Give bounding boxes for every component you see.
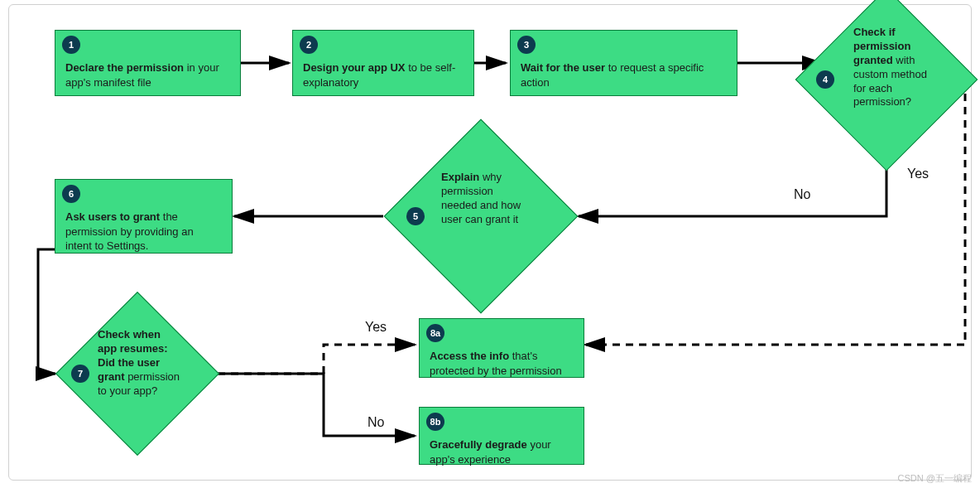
edge-6-7 <box>38 249 55 374</box>
node-title: Declare the permission <box>65 61 184 74</box>
node-title: Wait for the user <box>521 61 605 74</box>
node-title: Explain <box>441 171 479 183</box>
edge-7-8b <box>218 374 415 436</box>
node-number-badge: 2 <box>300 36 318 54</box>
edge-label-no-7: No <box>368 415 384 430</box>
node-number-badge: 8a <box>426 324 444 342</box>
edge-label-yes-7: Yes <box>365 320 387 335</box>
edge-label-yes-4: Yes <box>907 167 929 181</box>
node-title: Design your app UX <box>303 61 406 74</box>
node-6-ask-users-grant: 6 Ask users to grant the permission by p… <box>55 179 233 254</box>
node-number-badge: 7 <box>71 365 89 383</box>
node-number-badge: 5 <box>406 207 425 225</box>
node-title: Access the info <box>430 350 509 362</box>
node-2-design-ux: 2 Design your app UX to be self-explanat… <box>292 30 474 96</box>
node-8a-access-info: 8a Access the info that's protected by t… <box>419 318 584 378</box>
node-number-badge: 8b <box>426 413 444 431</box>
flowchart-canvas: 1 Declare the permission in your app's m… <box>8 4 972 481</box>
edge-label-no-4: No <box>794 187 810 202</box>
node-number-badge: 3 <box>517 36 536 54</box>
node-number-badge: 1 <box>62 36 80 54</box>
node-title: Ask users to grant <box>65 210 160 223</box>
node-3-wait-for-user: 3 Wait for the user to request a specifi… <box>510 30 737 96</box>
node-number-badge: 4 <box>816 70 834 89</box>
node-number-badge: 6 <box>62 185 80 203</box>
node-8b-gracefully-degrade: 8b Gracefully degrade your app's experie… <box>419 407 584 465</box>
edge-4-5 <box>579 144 886 216</box>
edge-7-8a <box>218 345 415 374</box>
node-title: Gracefully degrade <box>430 438 527 451</box>
node-1-declare-permission: 1 Declare the permission in your app's m… <box>55 30 241 96</box>
watermark: CSDN @五一编程 <box>898 472 972 485</box>
